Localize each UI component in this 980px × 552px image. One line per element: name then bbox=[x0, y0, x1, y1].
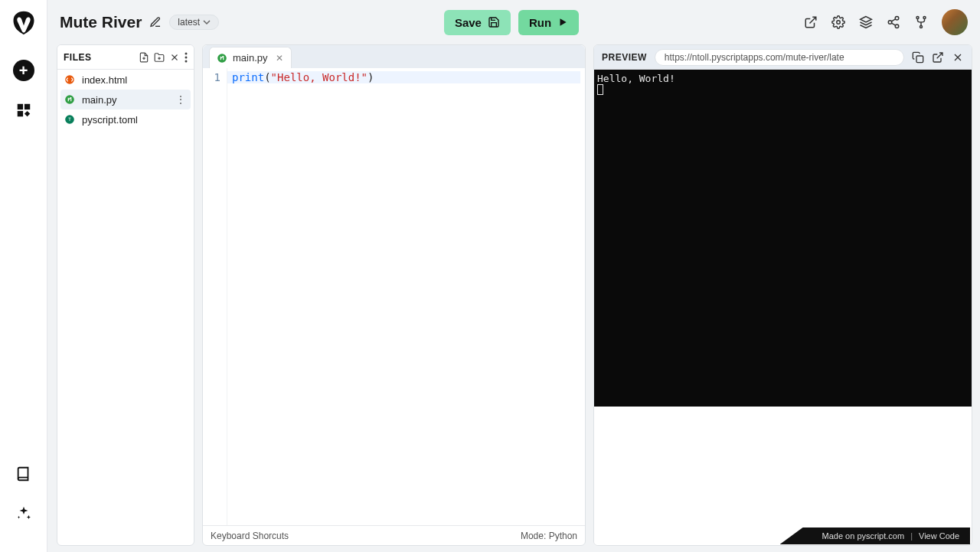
svg-point-3 bbox=[837, 21, 841, 24]
logo[interactable] bbox=[10, 9, 38, 37]
file-row[interactable]: T pyscript.toml bbox=[57, 109, 194, 129]
share-icon[interactable] bbox=[887, 15, 900, 29]
files-panel-title: FILES bbox=[64, 52, 92, 63]
svg-point-14 bbox=[65, 95, 74, 104]
preview-terminal: Hello, World! bbox=[594, 70, 972, 407]
code-editor[interactable]: 1 print("Hello, World!") bbox=[203, 68, 585, 525]
file-name: main.py bbox=[82, 94, 117, 106]
svg-point-10 bbox=[185, 52, 188, 54]
editor-panel: main.py ✕ 1 print("Hello, World!") Keybo… bbox=[202, 44, 586, 546]
layers-icon[interactable] bbox=[859, 15, 873, 29]
new-file-icon[interactable] bbox=[139, 52, 149, 63]
svg-point-7 bbox=[916, 17, 919, 19]
svg-rect-0 bbox=[17, 104, 22, 109]
files-panel: FILES i bbox=[57, 44, 194, 546]
close-preview-icon[interactable] bbox=[952, 51, 964, 64]
python-file-icon bbox=[216, 52, 228, 64]
terminal-output: Hello, World! bbox=[597, 73, 675, 84]
editor-tab[interactable]: main.py ✕ bbox=[209, 47, 292, 68]
python-file-icon bbox=[64, 93, 76, 106]
editor-mode-label: Mode: Python bbox=[521, 531, 577, 541]
file-name: pyscript.toml bbox=[82, 114, 138, 126]
edit-title-icon[interactable] bbox=[149, 16, 162, 28]
tab-label: main.py bbox=[233, 52, 268, 64]
preview-url-text: https://ntoll.pyscriptapps.com/mute-rive… bbox=[665, 52, 844, 63]
svg-point-4 bbox=[895, 17, 899, 21]
tab-close-icon[interactable]: ✕ bbox=[276, 53, 283, 64]
code-token: "Hello, World!" bbox=[271, 71, 368, 83]
code-token: ) bbox=[368, 71, 374, 83]
svg-point-8 bbox=[923, 17, 926, 19]
made-on-label[interactable]: Made on pyscript.com bbox=[822, 531, 905, 541]
terminal-cursor bbox=[597, 84, 603, 95]
fork-icon[interactable] bbox=[914, 15, 928, 29]
code-token: print bbox=[232, 71, 264, 83]
svg-point-12 bbox=[185, 60, 188, 62]
preview-footer: Made on pyscript.com | View Code bbox=[780, 528, 970, 544]
version-label: latest bbox=[178, 17, 200, 28]
docs-icon[interactable] bbox=[13, 463, 34, 485]
preview-panel: PREVIEW https://ntoll.pyscriptapps.com/m… bbox=[593, 44, 972, 546]
svg-point-11 bbox=[185, 56, 188, 58]
dashboard-icon[interactable] bbox=[13, 100, 34, 121]
project-title: Mute River bbox=[60, 13, 142, 31]
svg-point-17 bbox=[217, 54, 227, 63]
file-row[interactable]: index.html bbox=[57, 70, 194, 90]
close-panel-icon[interactable] bbox=[169, 52, 180, 63]
settings-icon[interactable] bbox=[831, 15, 845, 29]
ai-sparkle-icon[interactable] bbox=[13, 503, 34, 524]
view-code-link[interactable]: View Code bbox=[919, 531, 959, 541]
svg-point-9 bbox=[920, 26, 923, 28]
save-label: Save bbox=[455, 16, 482, 29]
avatar[interactable] bbox=[942, 9, 968, 35]
svg-rect-1 bbox=[24, 104, 29, 109]
svg-rect-2 bbox=[17, 111, 22, 116]
toml-file-icon: T bbox=[64, 113, 76, 126]
new-project-button[interactable]: + bbox=[13, 60, 34, 81]
keyboard-shortcuts-link[interactable]: Keyboard Shorcuts bbox=[211, 531, 289, 541]
svg-text:T: T bbox=[68, 117, 71, 122]
save-button[interactable]: Save bbox=[444, 10, 511, 35]
open-preview-external-icon[interactable] bbox=[932, 51, 944, 64]
svg-rect-18 bbox=[916, 56, 923, 63]
more-icon[interactable] bbox=[185, 52, 188, 63]
run-label: Run bbox=[529, 16, 551, 29]
new-folder-icon[interactable] bbox=[154, 52, 165, 63]
open-external-icon[interactable] bbox=[804, 15, 818, 29]
line-number: 1 bbox=[214, 71, 220, 83]
copy-url-icon[interactable] bbox=[912, 51, 924, 64]
preview-url-bar[interactable]: https://ntoll.pyscriptapps.com/mute-rive… bbox=[655, 49, 904, 66]
preview-panel-title: PREVIEW bbox=[602, 52, 647, 63]
file-row[interactable]: main.py bbox=[60, 90, 191, 109]
svg-point-6 bbox=[895, 24, 899, 28]
file-name: index.html bbox=[82, 74, 127, 86]
code-token: ( bbox=[264, 71, 270, 83]
svg-point-5 bbox=[888, 21, 892, 24]
version-selector[interactable]: latest bbox=[169, 15, 219, 30]
html-file-icon bbox=[64, 73, 76, 86]
run-button[interactable]: Run bbox=[518, 10, 579, 35]
